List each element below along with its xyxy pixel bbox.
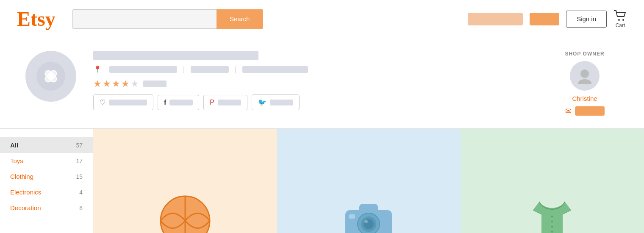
svg-point-1: [622, 19, 624, 21]
product-card-electronics[interactable]: [277, 129, 460, 233]
star-4: ★: [121, 78, 130, 89]
sidebar-count-toys: 17: [76, 158, 83, 164]
nav-pill-1[interactable]: [468, 13, 523, 25]
search-input[interactable]: [72, 9, 217, 29]
sidebar-count-electronics: 4: [79, 189, 83, 196]
meta-sep-2: |: [235, 66, 236, 73]
shop-owner: SHOP OWNER Christine ✉: [551, 51, 619, 116]
logo: Etsy: [17, 7, 56, 31]
search-bar: Search: [72, 9, 267, 29]
sidebar-label-electronics: Electronics: [10, 189, 41, 196]
sidebar-label-toys: Toys: [10, 157, 23, 164]
owner-avatar: [570, 61, 600, 91]
star-3: ★: [112, 78, 120, 89]
sidebar-item-electronics[interactable]: Electronics 4: [0, 184, 93, 200]
svg-point-21: [551, 216, 553, 217]
header: Etsy Search Sign in Cart: [0, 0, 644, 38]
star-2: ★: [103, 78, 111, 89]
svg-point-8: [48, 74, 53, 79]
sign-in-button[interactable]: Sign in: [566, 11, 607, 28]
cart-label: Cart: [616, 22, 625, 28]
favorite-label: [109, 100, 147, 105]
meta-location: [109, 66, 177, 73]
sidebar-count-decoration: 8: [79, 205, 83, 211]
shop-actions: ♡ f P 🐦: [93, 94, 534, 110]
svg-rect-20: [349, 214, 355, 219]
main-content: All 57 Toys 17 Clothing 15 Electronics 4…: [0, 129, 644, 233]
cart-svg: [613, 10, 627, 22]
location-icon: 📍: [93, 65, 102, 73]
star-5: ★: [130, 78, 139, 89]
shirt-icon: [527, 195, 577, 233]
twitter-button[interactable]: 🐦: [252, 94, 300, 110]
svg-point-9: [580, 69, 589, 78]
heart-icon: ♡: [100, 98, 105, 106]
pinterest-button[interactable]: P: [203, 95, 247, 110]
svg-point-10: [578, 79, 591, 84]
sidebar: All 57 Toys 17 Clothing 15 Electronics 4…: [0, 129, 93, 233]
product-card-toys[interactable]: [93, 129, 277, 233]
owner-contact-button[interactable]: [575, 106, 605, 116]
meta-since: [191, 66, 229, 73]
sidebar-count-clothing: 15: [76, 173, 83, 180]
facebook-icon: f: [164, 99, 166, 106]
svg-point-23: [551, 226, 553, 227]
sidebar-item-decoration[interactable]: Decoration 8: [0, 200, 93, 216]
svg-rect-15: [359, 204, 378, 213]
pinterest-label: [218, 100, 241, 105]
twitter-icon: 🐦: [258, 98, 266, 106]
sidebar-item-clothing[interactable]: Clothing 15: [0, 169, 93, 184]
svg-point-19: [364, 220, 368, 223]
facebook-button[interactable]: f: [158, 95, 199, 110]
product-grid: [93, 129, 644, 233]
shop-avatar-icon: [36, 61, 66, 91]
owner-name: Christine: [572, 95, 597, 102]
meta-sep-1: |: [183, 66, 185, 73]
nav-pill-2[interactable]: [530, 13, 559, 25]
svg-point-0: [618, 19, 620, 21]
camera-icon: [343, 200, 394, 233]
twitter-label: [270, 100, 293, 105]
cart-icon[interactable]: Cart: [613, 10, 627, 28]
meta-info: [242, 66, 308, 73]
stars: ★ ★ ★ ★ ★: [93, 78, 534, 89]
shop-info: 📍 | | ★ ★ ★ ★ ★ ♡ f P: [93, 51, 534, 110]
product-card-clothing[interactable]: [461, 129, 644, 233]
header-nav: Sign in Cart: [468, 10, 627, 28]
shop-owner-label: SHOP OWNER: [565, 51, 604, 57]
facebook-label: [169, 100, 193, 105]
sidebar-label-all: All: [10, 141, 18, 149]
sidebar-label-clothing: Clothing: [10, 173, 33, 180]
review-count: [143, 80, 167, 87]
sidebar-count-all: 57: [76, 142, 83, 149]
message-icon: ✉: [565, 106, 572, 116]
star-1: ★: [93, 78, 102, 89]
favorite-button[interactable]: ♡: [93, 94, 153, 110]
svg-point-24: [551, 231, 553, 233]
shop-avatar: [25, 51, 76, 102]
sidebar-item-all[interactable]: All 57: [0, 137, 93, 153]
sidebar-label-decoration: Decoration: [10, 204, 41, 211]
pinterest-icon: P: [210, 99, 214, 106]
basketball-icon: [158, 193, 213, 233]
owner-actions: ✉: [565, 106, 605, 116]
search-button[interactable]: Search: [217, 9, 263, 29]
svg-point-22: [551, 221, 553, 222]
shop-profile: 📍 | | ★ ★ ★ ★ ★ ♡ f P: [0, 38, 644, 129]
shop-name-bar: [93, 51, 258, 60]
owner-avatar-icon: [576, 67, 593, 84]
sidebar-item-toys[interactable]: Toys 17: [0, 153, 93, 169]
shop-meta: 📍 | |: [93, 65, 534, 73]
